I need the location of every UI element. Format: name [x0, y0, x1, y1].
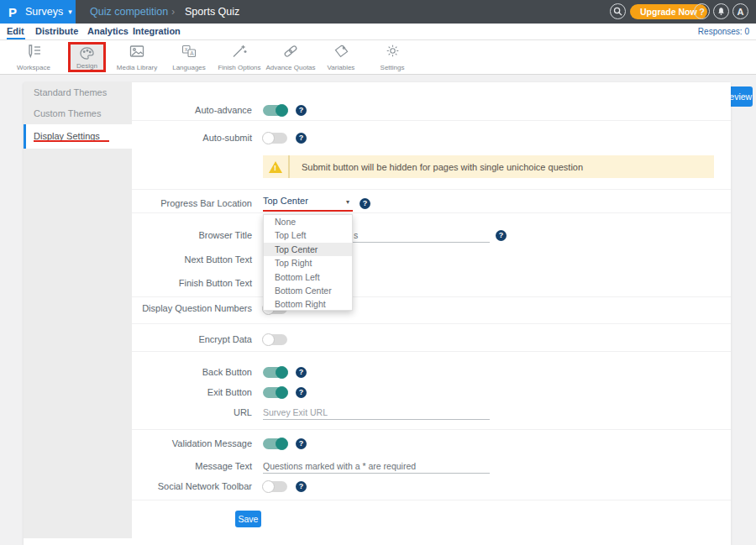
- divider: [132, 429, 731, 430]
- surveys-menu-label: Surveys: [25, 6, 63, 18]
- social-network-toolbar-help-icon[interactable]: ?: [296, 481, 307, 492]
- toolbar-workspace-label: Workspace: [17, 64, 50, 71]
- exit-button-help-icon[interactable]: ?: [296, 387, 307, 398]
- progress-bar-location-value: Top Center: [263, 196, 308, 206]
- progress-bar-location-select[interactable]: Top Center ▾: [263, 196, 353, 209]
- toolbar-media-library[interactable]: Media Library: [110, 44, 164, 71]
- annotation-progress-select-underline: [263, 210, 353, 212]
- divider: [132, 189, 731, 190]
- toolbar-workspace[interactable]: Workspace: [8, 44, 59, 71]
- sidebar-item-custom-themes[interactable]: Custom Themes: [24, 103, 132, 124]
- variables-icon: [333, 44, 349, 58]
- message-text-label: Message Text: [132, 461, 252, 472]
- auto-submit-toggle[interactable]: [263, 133, 287, 144]
- toolbar-settings[interactable]: Settings: [372, 44, 412, 71]
- toggle-knob: [262, 132, 275, 144]
- dropdown-option-bottom-center[interactable]: Bottom Center: [264, 284, 352, 297]
- notifications-button[interactable]: [713, 3, 729, 19]
- browser-title-help-icon[interactable]: ?: [496, 230, 507, 241]
- social-network-toolbar-label: Social Network Toolbar: [132, 481, 252, 492]
- progress-bar-location-label: Progress Bar Location: [132, 198, 252, 209]
- toggle-knob: [276, 104, 288, 117]
- advance-quotas-icon: [282, 44, 299, 59]
- dropdown-option-bottom-left[interactable]: Bottom Left: [264, 270, 352, 284]
- back-button-toggle[interactable]: [263, 367, 287, 378]
- sidebar-item-display-settings[interactable]: Display Settings: [24, 124, 132, 149]
- finish-options-icon: [231, 44, 248, 59]
- divider: [132, 500, 731, 500]
- toolbar-media-library-label: Media Library: [117, 64, 157, 71]
- breadcrumb-parent[interactable]: Quiz competition: [90, 6, 168, 18]
- warning-icon-cell: [263, 155, 290, 178]
- exit-button-label: Exit Button: [132, 387, 252, 398]
- exit-button-toggle[interactable]: [263, 387, 287, 398]
- display-settings-content: Auto-advance ? Auto-submit ? Submit butt…: [132, 82, 731, 545]
- exit-url-label: URL: [132, 407, 252, 418]
- auto-submit-help-icon[interactable]: ?: [296, 133, 307, 144]
- divider: [132, 296, 731, 297]
- help-button[interactable]: ?: [694, 3, 710, 19]
- encrypt-data-toggle[interactable]: [263, 334, 287, 345]
- toolbar-finish-options[interactable]: Finish Options: [214, 44, 265, 71]
- active-tab-underline: [7, 38, 25, 39]
- exit-url-input[interactable]: [263, 405, 490, 420]
- responses-count[interactable]: Responses: 0: [698, 27, 749, 36]
- surveys-menu[interactable]: P Surveys ▾: [0, 0, 76, 24]
- finish-button-text-label: Finish Button Text: [132, 278, 252, 289]
- dropdown-option-top-center[interactable]: Top Center: [264, 243, 352, 256]
- breadcrumb-current: Sports Quiz: [185, 6, 239, 18]
- toolbar-variables[interactable]: Variables: [319, 44, 363, 71]
- toggle-knob: [276, 366, 288, 379]
- auto-advance-help-icon[interactable]: ?: [296, 105, 307, 116]
- tab-edit[interactable]: Edit: [7, 26, 24, 36]
- media-library-icon: [129, 44, 145, 59]
- tab-integration[interactable]: Integration: [133, 26, 181, 36]
- toolbar-advance-quotas-label: Advance Quotas: [265, 64, 315, 71]
- divider: [132, 323, 731, 324]
- toolbar-advance-quotas[interactable]: Advance Quotas: [266, 44, 315, 71]
- warning-triangle-icon: [269, 161, 282, 173]
- dropdown-option-bottom-right[interactable]: Bottom Right: [264, 297, 352, 311]
- validation-message-toggle[interactable]: [263, 438, 287, 449]
- auto-submit-warning: Submit button will be hidden for pages w…: [263, 155, 714, 178]
- chevron-down-icon: ▾: [346, 198, 349, 206]
- divider: [132, 351, 731, 352]
- toggle-knob: [262, 480, 275, 493]
- dropdown-option-top-left[interactable]: Top Left: [264, 228, 352, 242]
- question-icon: ?: [699, 7, 705, 17]
- social-network-toolbar-toggle[interactable]: [263, 481, 287, 492]
- progress-bar-location-dropdown: None Top Left Top Center Top Right Botto…: [263, 214, 353, 311]
- encrypt-data-label: Encrypt Data: [132, 334, 252, 345]
- tab-distribute[interactable]: Distribute: [35, 26, 78, 36]
- toolbar-languages-label: Languages: [172, 64, 206, 71]
- design-sidebar: Standard Themes Custom Themes Display Se…: [24, 82, 132, 538]
- svg-text:A: A: [190, 50, 194, 56]
- search-button[interactable]: [610, 3, 626, 19]
- validation-message-help-icon[interactable]: ?: [296, 438, 307, 449]
- auto-advance-toggle[interactable]: [263, 105, 287, 116]
- sidebar-item-standard-themes[interactable]: Standard Themes: [24, 82, 132, 103]
- bell-icon: [717, 7, 726, 16]
- questionpro-logo-icon: P: [8, 5, 17, 19]
- avatar-letter: A: [738, 7, 744, 17]
- save-button[interactable]: Save: [235, 511, 261, 527]
- warning-text: Submit button will be hidden for pages w…: [302, 162, 583, 172]
- validation-message-label: Validation Message: [132, 438, 252, 449]
- next-button-text-label: Next Button Text: [132, 254, 252, 265]
- toolbar-design[interactable]: Design: [68, 42, 106, 72]
- progress-bar-location-help-icon[interactable]: ?: [360, 198, 370, 209]
- toolbar-design-label: Design: [76, 62, 97, 70]
- dropdown-option-top-right[interactable]: Top Right: [264, 256, 352, 270]
- avatar[interactable]: A: [732, 3, 748, 19]
- design-icon: [79, 46, 95, 60]
- toggle-knob: [276, 438, 288, 450]
- toolbar-languages[interactable]: xA Languages: [165, 44, 213, 71]
- languages-icon: xA: [181, 44, 197, 59]
- divider: [132, 120, 731, 121]
- back-button-help-icon[interactable]: ?: [296, 367, 307, 378]
- dropdown-option-none[interactable]: None: [264, 215, 352, 228]
- top-bar: P Surveys ▾ Quiz competition › Sports Qu…: [0, 0, 756, 24]
- tab-analytics[interactable]: Analytics: [87, 26, 129, 36]
- message-text-input[interactable]: [263, 459, 490, 474]
- auto-submit-label: Auto-submit: [132, 133, 252, 144]
